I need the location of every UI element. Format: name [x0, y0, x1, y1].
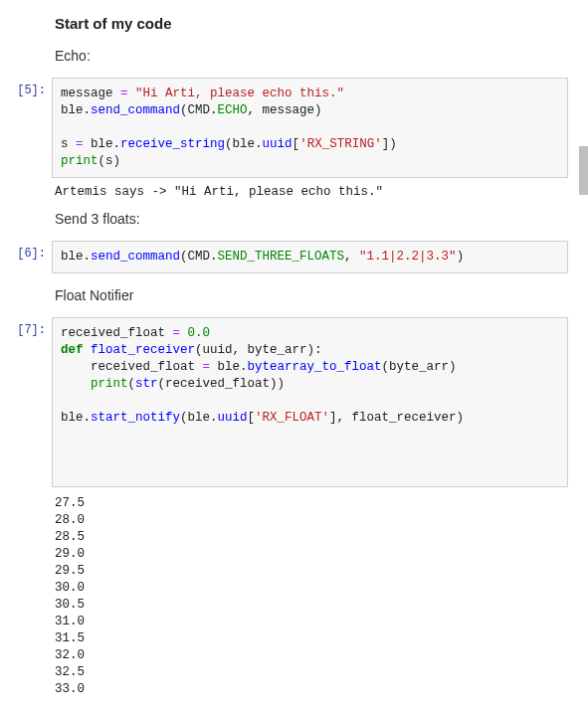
scrollbar-thumb[interactable] [579, 146, 588, 195]
content-column: Start of my code Echo: [5]: message = "H… [0, 0, 588, 698]
output-cell-7: 27.5 28.0 28.5 29.0 29.5 30.0 30.5 31.0 … [55, 495, 568, 698]
input-prompt: [7]: [0, 317, 52, 337]
floatnotifier-label: Float Notifier [55, 287, 568, 303]
code-input[interactable]: message = "Hi Arti, please echo this." b… [52, 78, 568, 178]
input-prompt: [6]: [0, 241, 52, 261]
notebook-page: { "heading": "Start of my code", "sectio… [0, 0, 588, 713]
code-cell-6[interactable]: [6]: ble.send_command(CMD.SEND_THREE_FLO… [0, 241, 568, 273]
code-input[interactable]: ble.send_command(CMD.SEND_THREE_FLOATS, … [52, 241, 568, 273]
code-cell-7[interactable]: [7]: received_float = 0.0 def float_rece… [0, 317, 568, 487]
output-cell-5: Artemis says -> "Hi Arti, please echo th… [55, 184, 568, 201]
code-cell-5[interactable]: [5]: message = "Hi Arti, please echo thi… [0, 78, 568, 178]
echo-label: Echo: [55, 48, 568, 64]
code-input[interactable]: received_float = 0.0 def float_receiver(… [52, 317, 568, 487]
section-heading: Start of my code [55, 15, 568, 32]
input-prompt: [5]: [0, 78, 52, 97]
send3-label: Send 3 floats: [55, 211, 568, 227]
